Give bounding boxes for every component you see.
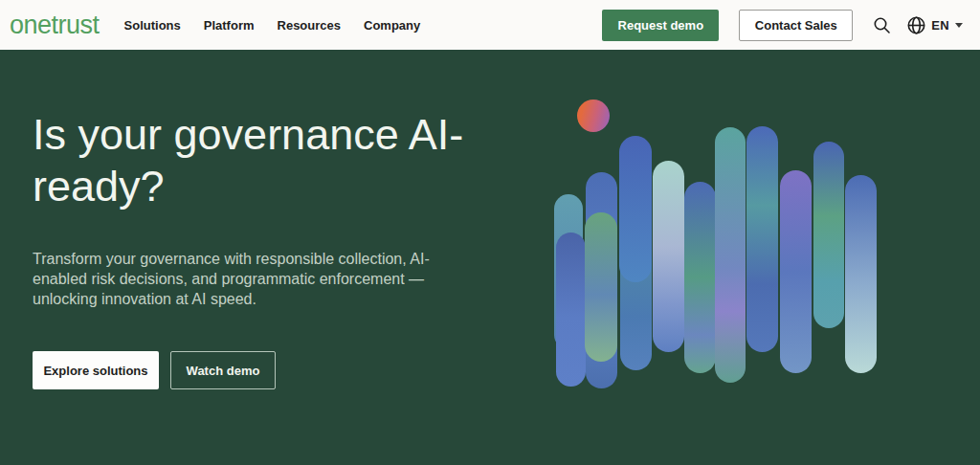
illustration-bar bbox=[684, 182, 716, 373]
nav-item-platform[interactable]: Platform bbox=[204, 18, 255, 33]
explore-solutions-button[interactable]: Explore solutions bbox=[33, 351, 159, 389]
illustration-bar bbox=[813, 142, 844, 328]
contact-sales-button[interactable]: Contact Sales bbox=[739, 10, 853, 41]
illustration-bar bbox=[780, 170, 812, 373]
hero-section: Is your governance AI-ready? Transform y… bbox=[0, 50, 980, 465]
search-button[interactable] bbox=[869, 12, 895, 38]
hero-cta-row: Explore solutions Watch demo bbox=[33, 351, 482, 389]
illustration-bar bbox=[619, 136, 652, 282]
illustration-bar bbox=[585, 212, 617, 362]
hero-content: Is your governance AI-ready? Transform y… bbox=[33, 109, 482, 389]
nav-item-resources[interactable]: Resources bbox=[278, 18, 341, 33]
top-navigation: onetrust Solutions Platform Resources Co… bbox=[0, 0, 980, 50]
nav-item-solutions[interactable]: Solutions bbox=[124, 18, 181, 33]
illustration-circle bbox=[577, 100, 610, 132]
illustration-bar bbox=[586, 172, 617, 388]
illustration-bar bbox=[746, 126, 778, 352]
illustration-bar bbox=[556, 232, 586, 387]
chevron-down-icon bbox=[955, 23, 963, 28]
request-demo-button[interactable]: Request demo bbox=[602, 10, 719, 41]
illustration-bar bbox=[653, 161, 684, 352]
nav-actions: Request demo Contact Sales EN bbox=[602, 10, 963, 41]
illustration-bar bbox=[620, 191, 652, 370]
globe-icon bbox=[906, 15, 926, 35]
nav-item-company[interactable]: Company bbox=[364, 18, 420, 33]
hero-paragraph: Transform your governance with responsib… bbox=[33, 249, 454, 309]
language-selector[interactable]: EN bbox=[906, 15, 963, 35]
illustration-bar bbox=[554, 194, 583, 349]
hero-heading: Is your governance AI-ready? bbox=[33, 109, 473, 212]
onetrust-logo[interactable]: onetrust bbox=[10, 12, 100, 38]
language-code: EN bbox=[931, 18, 949, 33]
search-icon bbox=[873, 16, 891, 34]
main-nav: Solutions Platform Resources Company bbox=[124, 18, 421, 33]
illustration-bar bbox=[715, 127, 746, 383]
illustration-bar bbox=[845, 175, 877, 373]
watch-demo-button[interactable]: Watch demo bbox=[170, 351, 276, 389]
